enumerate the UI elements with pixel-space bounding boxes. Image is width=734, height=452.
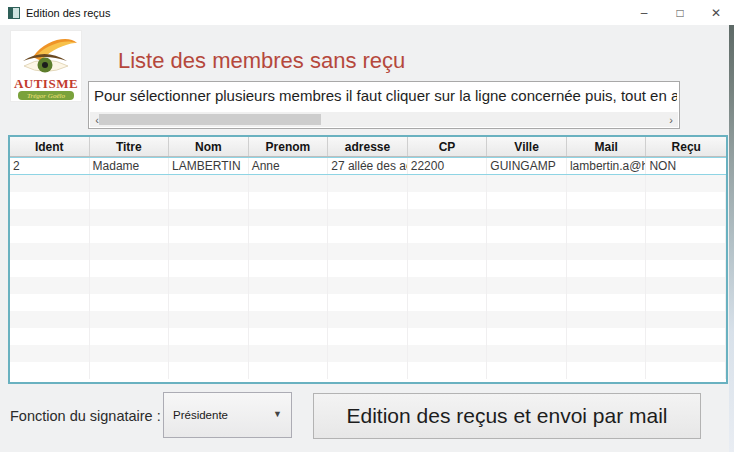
table-empty-cell [328,345,408,362]
table-empty-cell [487,345,567,362]
table-row[interactable]: 2MadameLAMBERTINAnne27 allée des ac...22… [10,157,726,175]
table-empty-cell [249,243,329,260]
autisme-logo-image: AUTISME Trégor Goëlo [11,31,81,101]
table-empty-cell [328,294,408,311]
table-empty-cell [10,277,90,294]
table-empty-cell [646,294,726,311]
table-empty-cell [169,277,249,294]
table-empty-cell [487,260,567,277]
table-empty-cell [10,209,90,226]
minimize-button[interactable]: – [626,0,662,25]
table-empty-cell [90,277,170,294]
column-header[interactable]: Ident [10,137,90,156]
horizontal-scrollbar[interactable]: ‹ › [90,112,678,127]
table-empty-cell [90,260,170,277]
table-empty-cell [249,226,329,243]
dropdown-selected-value: Présidente [173,409,228,421]
members-table: IdentTitreNomPrenomadresseCPVilleMailReç… [8,135,728,384]
table-empty-cell [10,362,90,379]
instructions-text: Pour sélectionner plusieurs membres il f… [94,87,677,104]
table-empty-cell [328,243,408,260]
table-empty-cell [567,362,647,379]
table-empty-cell [487,362,567,379]
table-cell: lambertin.a@h... [567,158,647,174]
table-empty-cell [328,277,408,294]
table-empty-cell [646,226,726,243]
signer-function-dropdown[interactable]: Présidente ▼ [163,392,292,438]
signer-function-label: Fonction du signataire : [10,408,161,424]
table-empty-cell [487,277,567,294]
column-header[interactable]: Nom [169,137,249,156]
column-header[interactable]: Reçu [646,137,726,156]
table-empty-cell [10,294,90,311]
table-empty-cell [169,243,249,260]
table-cell: GUINGAMP [487,158,567,174]
association-logo: AUTISME Trégor Goëlo [10,30,82,102]
table-empty-cell [249,345,329,362]
table-empty-cell [169,226,249,243]
table-empty-cell [90,209,170,226]
table-empty-cell [567,277,647,294]
table-empty-cell [646,345,726,362]
table-empty-row [10,311,726,328]
table-empty-cell [249,311,329,328]
table-empty-cell [90,192,170,209]
table-empty-cell [90,328,170,345]
table-empty-cell [249,294,329,311]
column-header[interactable]: Mail [567,137,647,156]
table-empty-cell [408,226,488,243]
scrollbar-thumb[interactable] [99,114,321,125]
table-empty-cell [646,277,726,294]
table-empty-cell [10,311,90,328]
table-empty-cell [249,328,329,345]
table-empty-row [10,175,726,192]
table-empty-row [10,226,726,243]
table-header-row: IdentTitreNomPrenomadresseCPVilleMailReç… [10,137,726,157]
scroll-right-arrow-icon[interactable]: › [664,112,678,127]
title-bar: Edition des reçus – □ ✕ [0,0,734,25]
table-empty-cell [90,362,170,379]
column-header[interactable]: Titre [90,137,170,156]
table-empty-cell [169,345,249,362]
table-empty-cell [10,192,90,209]
table-empty-cell [487,328,567,345]
column-header[interactable]: adresse [328,137,408,156]
table-empty-cell [487,311,567,328]
table-empty-cell [328,209,408,226]
instructions-textbox[interactable]: Pour sélectionner plusieurs membres il f… [88,81,680,129]
table-empty-cell [328,362,408,379]
table-empty-cell [169,192,249,209]
edit-and-send-button[interactable]: Edition des reçus et envoi par mail [313,393,701,439]
window-title: Edition des reçus [26,7,110,19]
table-cell: 2 [10,158,90,174]
table-empty-cell [328,175,408,192]
table-empty-cell [408,362,488,379]
close-button[interactable]: ✕ [698,0,734,25]
table-empty-cell [408,209,488,226]
table-empty-cell [10,243,90,260]
table-empty-cell [90,345,170,362]
table-empty-cell [90,226,170,243]
table-empty-cell [169,175,249,192]
table-cell: 27 allée des ac... [328,158,408,174]
table-empty-cell [10,175,90,192]
table-body: 2MadameLAMBERTINAnne27 allée des ac...22… [10,157,726,379]
table-empty-cell [169,362,249,379]
table-empty-cell [487,209,567,226]
table-empty-cell [408,277,488,294]
column-header[interactable]: Ville [487,137,567,156]
table-empty-cell [567,328,647,345]
table-empty-cell [90,311,170,328]
maximize-button[interactable]: □ [662,0,698,25]
table-empty-cell [249,209,329,226]
table-empty-row [10,362,726,379]
table-cell: 22200 [408,158,488,174]
table-empty-cell [328,260,408,277]
table-empty-cell [90,294,170,311]
table-empty-cell [169,260,249,277]
table-empty-cell [567,260,647,277]
table-empty-cell [487,226,567,243]
column-header[interactable]: Prenom [249,137,329,156]
column-header[interactable]: CP [408,137,488,156]
table-cell: NON [646,158,726,174]
